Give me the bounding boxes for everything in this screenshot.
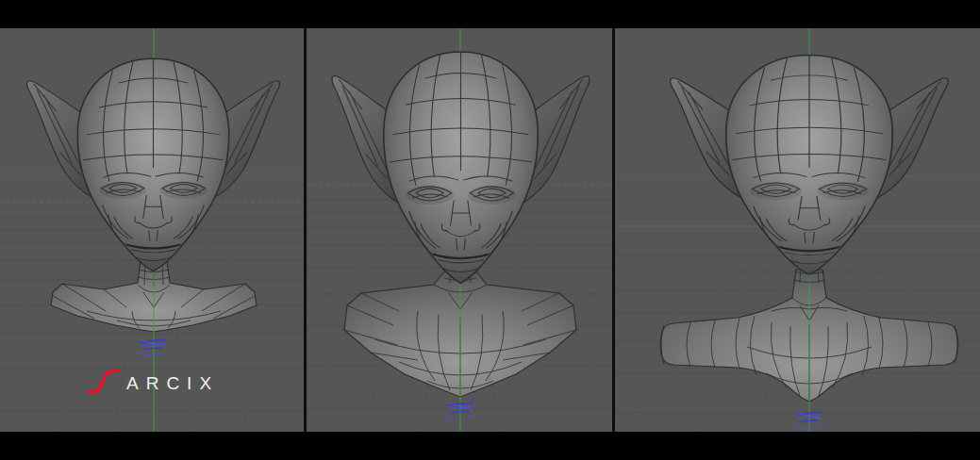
viewport-panel-center[interactable]: [307, 28, 612, 432]
viewport-canvas-center: [307, 28, 612, 432]
modeling-app-screenshot: ARCIX: [0, 0, 980, 460]
sarcix-s-glyph: [87, 369, 123, 394]
viewport-canvas-right: [615, 28, 980, 432]
viewport-row: ARCIX: [0, 28, 980, 432]
sarcix-watermark: ARCIX: [87, 368, 219, 394]
viewport-panel-left[interactable]: ARCIX: [0, 28, 304, 432]
letterbox-top: [0, 0, 980, 28]
sarcix-watermark-text: ARCIX: [126, 373, 219, 394]
viewport-panel-right[interactable]: [615, 28, 980, 432]
letterbox-bottom: [0, 432, 980, 460]
